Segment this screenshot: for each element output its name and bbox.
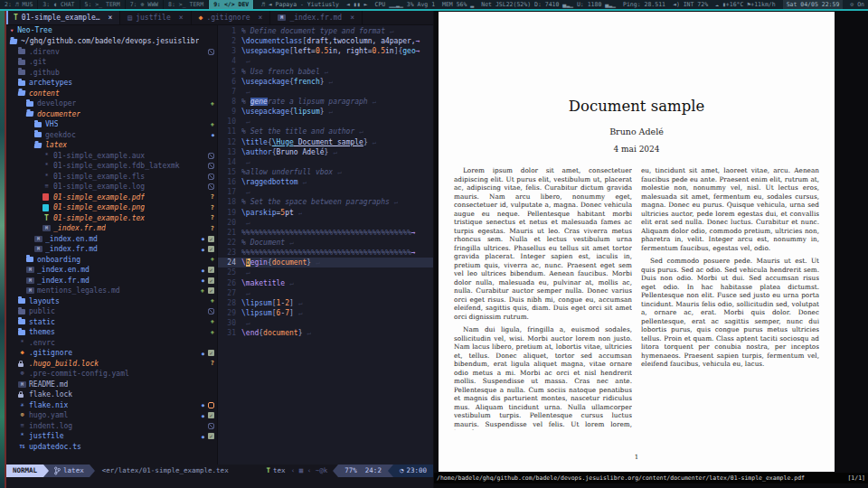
editor-line[interactable]: 25 ↵ xyxy=(218,267,433,277)
editor-pane[interactable]: 1% Define document type and format ↵2\do… xyxy=(218,25,433,465)
buffer-tab[interactable]: T01-simple_example…× xyxy=(6,11,120,24)
tree-item[interactable]: M_index.en.md●✓ xyxy=(6,234,217,245)
workspace-item[interactable]: 7: ⊕ WWW xyxy=(126,0,164,9)
tree-item[interactable]: documenter xyxy=(6,109,217,120)
close-icon[interactable]: × xyxy=(179,11,184,24)
tree-item[interactable]: developer+ xyxy=(6,99,217,109)
editor-line[interactable]: 13\author{Bruno Adelé} ↵ xyxy=(218,147,433,157)
line-text: \usepackage[left=0.5in, right=0.5in]{geo… xyxy=(241,46,420,56)
tree-item[interactable]: *01-simple_example.aux xyxy=(6,151,217,162)
gear-icon: ⊛ xyxy=(18,411,26,419)
tree-item[interactable]: ~/ghq/github.com/badele/devops.jesuislib… xyxy=(6,36,217,47)
tree-item[interactable]: T01-simple_example.tex? xyxy=(6,213,217,224)
editor-line[interactable]: 19\parskip=5pt ↵ xyxy=(218,208,433,218)
ast-icon: * xyxy=(42,152,51,160)
editor-line[interactable]: 9\usepackage{lipsum} ↵ xyxy=(218,107,433,117)
tree-item[interactable]: flake.lock xyxy=(6,389,217,400)
tree-item[interactable]: .github xyxy=(6,68,217,79)
editor-line[interactable]: 26\maketitle ↵ xyxy=(218,278,433,288)
editor-line[interactable]: 10 ↵ xyxy=(218,117,433,127)
chevron-down-icon: ▾ xyxy=(10,25,14,36)
folder-icon xyxy=(18,80,25,86)
close-icon[interactable]: × xyxy=(259,11,263,24)
tree-item[interactable]: themes+ xyxy=(6,327,217,338)
editor-line[interactable]: 1% Define document type and format ↵ xyxy=(218,26,433,36)
editor-line[interactable]: 11% Set the title and author ↵ xyxy=(218,127,433,136)
memory-segment: MEM 56% ▂ xyxy=(442,0,474,9)
close-icon[interactable]: × xyxy=(350,11,354,24)
tree-item[interactable]: .direnv xyxy=(6,47,217,58)
editor-line[interactable]: 20 ↵ xyxy=(218,218,433,228)
editor-line[interactable]: 24\begin{document} ↵ xyxy=(218,258,433,267)
tree-item[interactable]: M_index.fr.md? xyxy=(6,223,217,234)
tree-item[interactable]: Mmentions_legales.md+✓ xyxy=(6,286,217,296)
command-line[interactable] xyxy=(6,477,433,488)
tree-item[interactable]: M_index.en.md●✓ xyxy=(6,265,217,276)
tree-item[interactable]: ⊛.pre-commit-config.yaml xyxy=(6,369,217,380)
tree-item[interactable]: *01-simple_example.fdb_latexmk xyxy=(6,161,217,172)
git-untracked-badge: ? xyxy=(211,360,214,367)
tree-item[interactable]: .git xyxy=(6,57,217,68)
tree-item[interactable]: static+ xyxy=(6,317,217,328)
buffer-tab[interactable]: ◆.gitignore× xyxy=(192,11,271,24)
editor-line[interactable]: 29\lipsum[6-7] ↵ xyxy=(218,308,433,318)
editor-line[interactable]: 14 ↵ xyxy=(218,157,433,167)
editor-line[interactable]: 6\usepackage{french} ↵ xyxy=(218,77,433,87)
tree-item[interactable]: ✳flake.nix● xyxy=(6,400,217,411)
tree-item[interactable]: *justfile●✓ xyxy=(6,431,217,442)
tree-item[interactable]: ◆.gitignore●✓ xyxy=(6,348,217,359)
tree-item[interactable]: content xyxy=(6,89,217,99)
tree-item[interactable]: onboarding+ xyxy=(6,255,217,266)
tree-item[interactable]: VHS+ xyxy=(6,119,217,130)
workspace-item[interactable]: 8: >_ TERM xyxy=(164,0,209,9)
tree-item[interactable]: 01-simple_example.png? xyxy=(6,202,217,213)
editor-line[interactable]: 15%allow underfull vbox ↵ xyxy=(218,167,433,177)
tree-item[interactable]: TSupdatedoc.ts xyxy=(6,442,217,453)
file-file-icon: ▤ xyxy=(127,11,132,24)
editor-line[interactable]: 30 ↵ xyxy=(218,318,433,328)
line-number: 22 xyxy=(218,238,241,248)
tree-item[interactable]: 01-simple_example.pdf? xyxy=(6,192,217,203)
tree-item[interactable]: M_index.fr.md●✓ xyxy=(6,244,217,255)
editor-line[interactable]: 21%%%%%%%%%%%%%%%%%%%%%%%%%%%%%%%%%%%%%%… xyxy=(218,228,433,238)
editor-line[interactable]: 4 ↵ xyxy=(218,56,433,66)
tree-item[interactable]: M_index.fr.md●✓ xyxy=(6,276,217,286)
editor-line[interactable]: 31\end{document} ↵ xyxy=(218,328,433,338)
tree-item[interactable]: *.envrc xyxy=(6,338,217,349)
tree-item[interactable]: latex xyxy=(6,140,217,151)
close-icon[interactable]: × xyxy=(108,11,113,24)
tree-item[interactable]: .hugo_build.lock? xyxy=(6,359,217,370)
workspace-item[interactable]: 9: </> DEV xyxy=(209,0,254,9)
editor-line[interactable]: 23%%%%%%%%%%%%%%%%%%%%%%%%%%%%%%%%%%%%%%… xyxy=(218,248,433,258)
buffer-tab[interactable]: ▤justfile× xyxy=(120,11,191,24)
tree-item[interactable]: MREADME.md xyxy=(6,380,217,390)
tree-item[interactable]: *01-simple_example.fls xyxy=(6,172,217,183)
editor-line[interactable]: 22% Document ↵ xyxy=(218,238,433,248)
editor-line[interactable]: 27 ↵ xyxy=(218,288,433,298)
editor-line[interactable]: 5% Use french babel ↵ xyxy=(218,67,433,77)
tree-item[interactable]: geekdoc● xyxy=(6,130,217,141)
tree-item[interactable]: archetypes xyxy=(6,78,217,89)
tree-item[interactable]: public xyxy=(6,306,217,317)
editor-line[interactable]: 17 ↵ xyxy=(218,187,433,197)
editor-line[interactable]: 12\title{\Huge Document sample} ↵ xyxy=(218,137,433,147)
tree-item-label: indent.log xyxy=(29,422,72,430)
workspace-item[interactable]: 5: >_ TERM xyxy=(80,0,126,9)
editor-line[interactable]: 7 ↵ xyxy=(218,87,433,97)
editor-line[interactable]: 18% Set the space between paragraphs ↵ xyxy=(218,197,433,207)
workspace-item[interactable]: 2: ♬ MUS xyxy=(0,0,38,9)
buffer-tab[interactable]: M_index.fr.md× xyxy=(270,11,363,24)
tree-item[interactable]: ≡01-simple_example.log xyxy=(6,182,217,192)
pdf-page[interactable]: Document sample Bruno Adelé 4 mai 2024 L… xyxy=(439,12,835,472)
tree-item[interactable]: ⊛hugo.yaml●✓ xyxy=(6,410,217,421)
editor-line[interactable]: 2\documentclass[draft,twocolumn, a4paper… xyxy=(218,36,433,46)
tree-item-label: onboarding xyxy=(37,256,80,264)
workspace-item[interactable]: 3: ◖ CHAT xyxy=(38,0,80,9)
editor-line[interactable]: 16\raggedbottom ↵ xyxy=(218,177,433,187)
tree-item[interactable]: ≡indent.log xyxy=(6,421,217,432)
tree-item[interactable]: layouts+ xyxy=(6,296,217,307)
editor-line[interactable]: 8% generate a lipsum paragraph ↵ xyxy=(218,97,433,107)
folder-icon xyxy=(18,49,25,54)
editor-line[interactable]: 3\usepackage[left=0.5in, right=0.5in]{ge… xyxy=(218,46,433,56)
editor-line[interactable]: 28\lipsum[1-2] ↵ xyxy=(218,298,433,308)
